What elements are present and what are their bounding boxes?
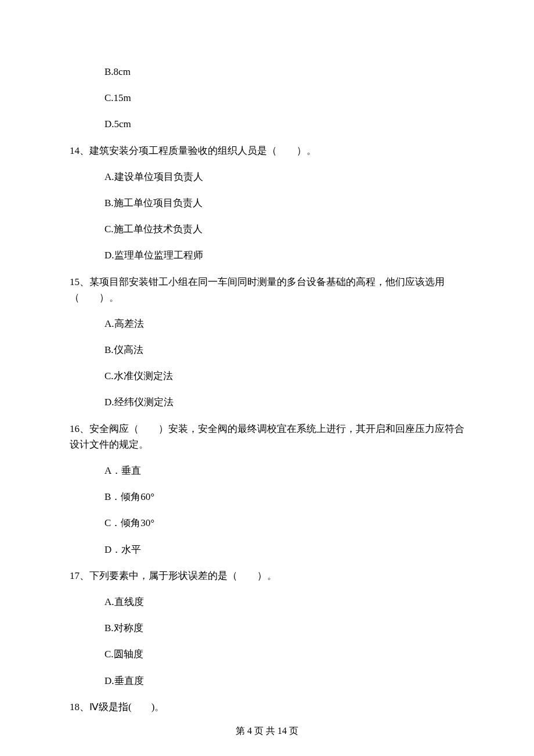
option-d: D．水平 — [104, 542, 464, 557]
option-a: A.建设单位项目负责人 — [104, 169, 464, 185]
q17-options: A.直线度 B.对称度 C.圆轴度 D.垂直度 — [70, 594, 464, 689]
option-a: A.高差法 — [104, 316, 464, 332]
page-number-text: 第 4 页 共 14 页 — [236, 726, 298, 736]
option-text: D.垂直度 — [104, 675, 144, 686]
q16-options: A．垂直 B．倾角60° C．倾角30° D．水平 — [70, 463, 464, 557]
option-a: A．垂直 — [104, 463, 464, 478]
question-15: 15、某项目部安装钳工小组在同一车间同时测量的多台设备基础的高程，他们应该选用（… — [70, 274, 464, 305]
option-d: D.经纬仪测定法 — [104, 394, 464, 410]
document-page: B.8cm C.15m D.5cm 14、建筑安装分项工程质量验收的组织人员是（… — [0, 0, 534, 756]
option-b: B.对称度 — [104, 620, 464, 636]
question-text: 18、Ⅳ级是指( )。 — [70, 701, 164, 712]
option-d: D.5cm — [104, 116, 464, 132]
option-text: D.监理单位监理工程师 — [104, 250, 203, 261]
option-text: D.5cm — [104, 118, 131, 129]
question-14: 14、建筑安装分项工程质量验收的组织人员是（ ）。 — [70, 143, 464, 159]
option-text: B．倾角60° — [104, 491, 154, 502]
option-b: B.8cm — [104, 64, 464, 80]
question-17: 17、下列要素中，属于形状误差的是（ ）。 — [70, 568, 464, 584]
option-text: A．垂直 — [104, 465, 141, 476]
option-d: D.监理单位监理工程师 — [104, 247, 464, 263]
question-text: 16、安全阀应（ ）安装，安全阀的最终调校宜在系统上进行，其开启和回座压力应符合… — [70, 423, 464, 450]
q14-options: A.建设单位项目负责人 B.施工单位项目负责人 C.施工单位技术负责人 D.监理… — [70, 169, 464, 264]
option-c: C．倾角30° — [104, 515, 464, 531]
option-c: C.施工单位技术负责人 — [104, 221, 464, 237]
q13-remaining-options: B.8cm C.15m D.5cm — [70, 64, 464, 132]
option-a: A.直线度 — [104, 594, 464, 610]
option-text: D.经纬仪测定法 — [104, 397, 174, 408]
option-text: C.水准仪测定法 — [104, 370, 173, 381]
question-16: 16、安全阀应（ ）安装，安全阀的最终调校宜在系统上进行，其开启和回座压力应符合… — [70, 421, 464, 452]
question-text: 17、下列要素中，属于形状误差的是（ ）。 — [70, 570, 277, 581]
option-text: C.施工单位技术负责人 — [104, 224, 203, 235]
option-text: A.高差法 — [104, 318, 144, 329]
option-text: B.8cm — [104, 66, 131, 77]
option-c: C.圆轴度 — [104, 646, 464, 662]
option-b: B.仪高法 — [104, 342, 464, 358]
option-text: B.仪高法 — [104, 344, 143, 355]
option-text: D．水平 — [104, 544, 141, 555]
option-text: B.施工单位项目负责人 — [104, 197, 203, 208]
question-text: 14、建筑安装分项工程质量验收的组织人员是（ ）。 — [70, 145, 316, 156]
q15-options: A.高差法 B.仪高法 C.水准仪测定法 D.经纬仪测定法 — [70, 316, 464, 411]
page-number: 第 4 页 共 14 页 — [0, 723, 534, 739]
question-18: 18、Ⅳ级是指( )。 — [70, 699, 464, 715]
question-text: 15、某项目部安装钳工小组在同一车间同时测量的多台设备基础的高程，他们应该选用（… — [70, 276, 445, 303]
option-text: C．倾角30° — [104, 517, 154, 528]
option-text: C.圆轴度 — [104, 649, 143, 660]
option-text: C.15m — [104, 92, 131, 103]
option-text: B.对称度 — [104, 622, 143, 633]
option-d: D.垂直度 — [104, 673, 464, 689]
option-b: B．倾角60° — [104, 489, 464, 505]
option-c: C.15m — [104, 90, 464, 106]
option-b: B.施工单位项目负责人 — [104, 195, 464, 211]
option-c: C.水准仪测定法 — [104, 368, 464, 384]
option-text: A.建设单位项目负责人 — [104, 171, 203, 182]
option-text: A.直线度 — [104, 596, 144, 607]
